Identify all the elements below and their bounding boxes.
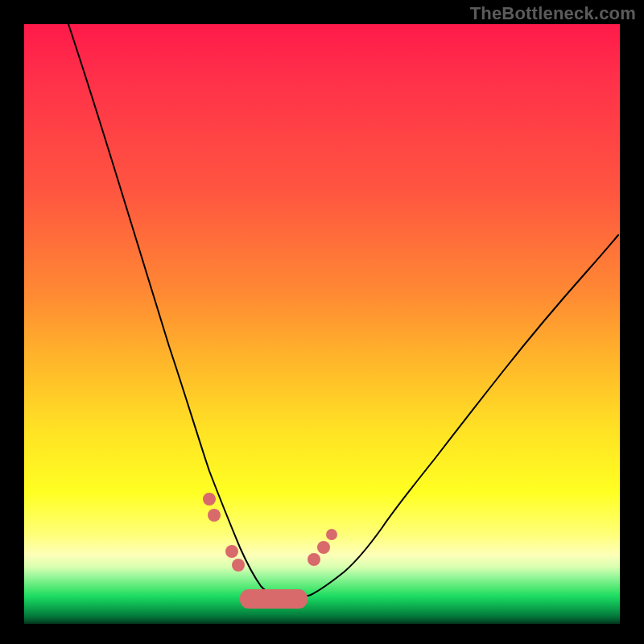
marker-dot <box>225 545 238 558</box>
marker-dot <box>308 553 320 566</box>
watermark-text: TheBottleneck.com <box>470 3 636 24</box>
marker-dot <box>208 509 221 522</box>
marker-plateau <box>240 589 308 609</box>
marker-dot <box>232 559 245 572</box>
marker-dot <box>326 529 337 540</box>
plot-area <box>24 24 620 624</box>
bottleneck-curve <box>68 24 618 597</box>
marker-dot <box>317 541 330 554</box>
curve-svg <box>24 24 620 624</box>
marker-dot <box>203 493 216 506</box>
chart-frame: TheBottleneck.com <box>0 0 644 644</box>
